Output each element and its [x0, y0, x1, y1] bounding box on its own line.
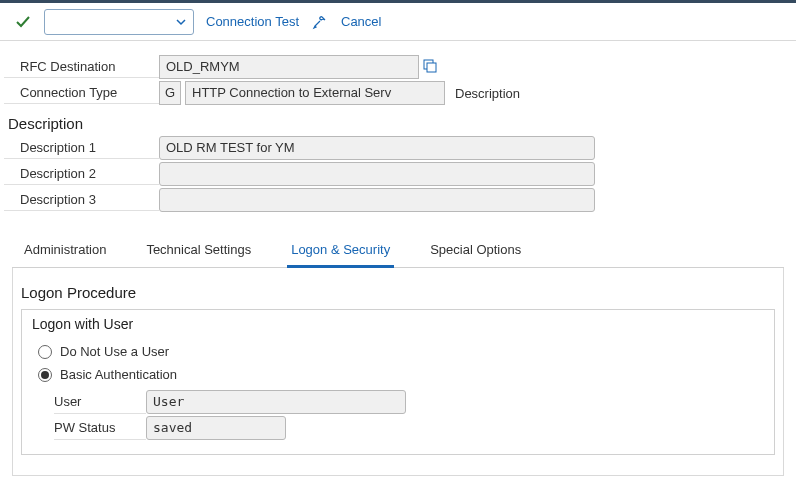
logon-with-user-title: Logon with User	[32, 316, 764, 332]
logon-procedure-title: Logon Procedure	[21, 284, 775, 301]
logon-security-panel: Logon Procedure Logon with User Do Not U…	[12, 268, 784, 476]
radio-basic-authentication[interactable]	[38, 368, 52, 382]
connection-type-field[interactable]: HTTP Connection to External Serv	[185, 81, 445, 105]
description2-field[interactable]	[159, 162, 595, 186]
description1-label: Description 1	[4, 137, 159, 159]
tab-administration[interactable]: Administration	[12, 234, 134, 267]
description-section-title: Description	[4, 107, 792, 136]
rfc-destination-field[interactable]: OLD_RMYM	[159, 55, 419, 79]
radio-basic-authentication-label: Basic Authentication	[60, 367, 177, 382]
user-label: User	[54, 390, 146, 414]
description-side-label: Description	[455, 86, 520, 101]
matchcode-icon[interactable]	[421, 57, 439, 78]
connection-test-button[interactable]: Connection Test	[206, 14, 299, 29]
tab-special-options[interactable]: Special Options	[418, 234, 549, 267]
radio-do-not-use-user[interactable]	[38, 345, 52, 359]
cancel-button[interactable]: Cancel	[341, 14, 381, 29]
radio-do-not-use-user-label: Do Not Use a User	[60, 344, 169, 359]
description1-field[interactable]: OLD RM TEST for YM	[159, 136, 595, 160]
logon-with-user-group: Logon with User Do Not Use a User Basic …	[21, 309, 775, 455]
svg-rect-1	[427, 63, 436, 72]
description2-label: Description 2	[4, 163, 159, 185]
chevron-down-icon	[175, 16, 187, 28]
object-dropdown[interactable]	[44, 9, 194, 35]
tab-logon-security[interactable]: Logon & Security	[279, 234, 418, 267]
pw-status-label: PW Status	[54, 416, 146, 440]
description3-field[interactable]	[159, 188, 595, 212]
accept-icon[interactable]	[14, 13, 32, 31]
tabstrip: Administration Technical Settings Logon …	[12, 234, 784, 268]
description3-label: Description 3	[4, 189, 159, 211]
connection-type-label: Connection Type	[4, 82, 159, 104]
connection-type-code[interactable]: G	[159, 81, 181, 105]
tab-technical-settings[interactable]: Technical Settings	[134, 234, 279, 267]
user-field[interactable]: User	[146, 390, 406, 414]
utilities-icon[interactable]	[311, 13, 329, 31]
toolbar: Connection Test Cancel	[0, 3, 796, 41]
pw-status-field[interactable]: saved	[146, 416, 286, 440]
rfc-destination-label: RFC Destination	[4, 56, 159, 78]
